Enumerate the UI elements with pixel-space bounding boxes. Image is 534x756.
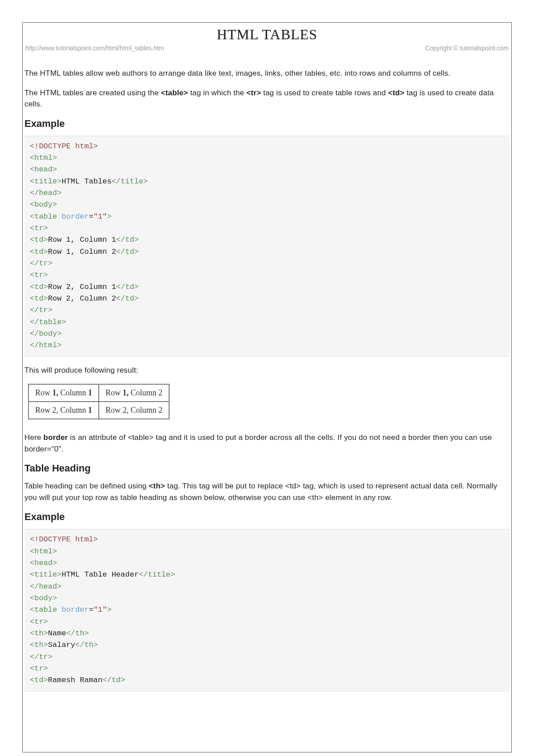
code-text: Salary — [48, 641, 75, 649]
code-text: = — [89, 212, 93, 221]
text: 1 — [88, 388, 92, 397]
text: Table heading can be defined using — [24, 482, 149, 490]
code-close: </th> — [66, 629, 89, 638]
code-line: <html> — [30, 547, 57, 556]
source-url: http://www.tutorialspoint.com/html/html_… — [25, 45, 164, 52]
text: tag is used to create table rows and — [261, 89, 388, 97]
code-close: > — [107, 606, 111, 614]
result-intro: This will produce following result: — [24, 365, 510, 376]
code-text: Name — [48, 629, 66, 638]
border-paragraph: Here border is an attribute of <table> t… — [24, 432, 510, 455]
code-open: <td> — [30, 283, 48, 291]
code-open: <td> — [30, 676, 48, 684]
code-line: </tr> — [30, 259, 53, 268]
code-close: </th> — [75, 641, 98, 649]
text: The HTML tables are created using the — [24, 89, 161, 97]
code-text: Row 1, Column 2 — [48, 248, 116, 256]
code-open: <title> — [30, 570, 61, 579]
text: 1, — [53, 388, 59, 397]
code-line: <tr> — [30, 664, 48, 673]
code-text: = — [89, 606, 93, 614]
code-line: <head> — [30, 165, 57, 174]
code-line: <!DOCTYPE html> — [30, 142, 98, 150]
text: tag in which the — [188, 89, 246, 97]
code-text: Row 2, Column 1 — [48, 283, 116, 291]
inline-tag: <td> — [388, 89, 405, 97]
code-line: </html> — [30, 341, 61, 350]
code-line: <tr> — [30, 271, 48, 279]
heading-example-1: Example — [24, 118, 510, 130]
code-close: </title> — [112, 177, 148, 186]
code-attr: border — [57, 606, 89, 614]
code-block-1: <!DOCTYPE html> <html> <head> <title>HTM… — [24, 136, 510, 357]
code-open: <td> — [30, 248, 48, 256]
text: is an attribute of <table> tag and it is… — [24, 433, 492, 453]
code-attr-val: "1" — [93, 606, 107, 614]
table-cell: Row 2, Column 2 — [99, 402, 169, 419]
text: Row — [35, 388, 53, 397]
code-close: </title> — [139, 570, 175, 579]
table-cell: Row 1, Column 1 — [28, 384, 99, 402]
text: Row 2, Column — [35, 406, 88, 415]
inline-tag: <table> — [161, 89, 188, 97]
code-close: </td> — [116, 283, 139, 291]
code-open: <table — [30, 212, 57, 221]
code-open: <title> — [30, 177, 61, 186]
code-open: <td> — [30, 236, 48, 244]
text: Column 2 — [129, 388, 162, 397]
code-line: <html> — [30, 154, 57, 162]
text: Column — [58, 388, 88, 397]
heading-table-heading: Table Heading — [24, 463, 510, 474]
code-line: </head> — [30, 189, 61, 197]
code-line: <body> — [30, 594, 57, 602]
inline-tag: <tr> — [247, 89, 261, 97]
text: 1, — [123, 388, 129, 397]
intro-paragraph-2: The HTML tables are created using the <t… — [24, 87, 510, 110]
code-line: <head> — [30, 559, 57, 567]
content-area: The HTML tables allow web authors to arr… — [23, 54, 511, 691]
code-line: <tr> — [30, 618, 48, 626]
code-close: > — [107, 212, 111, 221]
code-text: Ramesh Raman — [48, 676, 102, 684]
text: Here — [24, 433, 44, 442]
th-paragraph: Table heading can be defined using <th> … — [24, 480, 510, 503]
code-text: HTML Tables — [61, 177, 111, 186]
code-open: <table — [30, 606, 57, 614]
code-attr: border — [57, 212, 89, 221]
text: Row — [105, 388, 123, 397]
table-row: Row 1, Column 1 Row 1, Column 2 — [28, 384, 169, 402]
code-text: Row 2, Column 2 — [48, 294, 116, 303]
code-close: </td> — [116, 294, 139, 303]
code-close: </td> — [116, 236, 139, 244]
meta-row: http://www.tutorialspoint.com/html/html_… — [23, 45, 511, 54]
code-text: Row 1, Column 1 — [48, 236, 116, 244]
heading-example-2: Example — [24, 511, 510, 523]
inline-tag: <th> — [149, 482, 165, 490]
code-open: <td> — [30, 294, 48, 303]
intro-paragraph-1: The HTML tables allow web authors to arr… — [24, 68, 510, 79]
code-line: </table> — [30, 318, 66, 326]
inline-bold: border — [44, 433, 68, 442]
code-close: </td> — [116, 248, 139, 256]
code-block-2: <!DOCTYPE html> <html> <head> <title>HTM… — [24, 529, 510, 691]
copyright-text: Copyright © tutorialspoint.com — [425, 45, 509, 52]
table-row: Row 2, Column 1 Row 2, Column 2 — [28, 402, 169, 419]
code-open: <th> — [30, 629, 48, 638]
code-line: <!DOCTYPE html> — [30, 535, 98, 544]
table-cell: Row 1, Column 2 — [99, 384, 169, 402]
result-table-1: Row 1, Column 1 Row 1, Column 2 Row 2, C… — [28, 384, 170, 419]
code-text: HTML Table Header — [61, 570, 138, 579]
code-line: </head> — [30, 582, 61, 591]
code-line: <body> — [30, 200, 57, 209]
code-line: <tr> — [30, 224, 48, 232]
table-cell: Row 2, Column 1 — [28, 402, 99, 419]
code-open: <th> — [30, 641, 48, 649]
code-line: </tr> — [30, 653, 53, 661]
code-close: </td> — [102, 676, 125, 684]
document-page: HTML TABLES http://www.tutorialspoint.co… — [22, 22, 512, 752]
page-title: HTML TABLES — [23, 26, 511, 43]
code-line: </tr> — [30, 306, 53, 314]
code-line: </body> — [30, 329, 61, 338]
text: 1 — [88, 406, 92, 415]
code-attr-val: "1" — [93, 212, 107, 221]
